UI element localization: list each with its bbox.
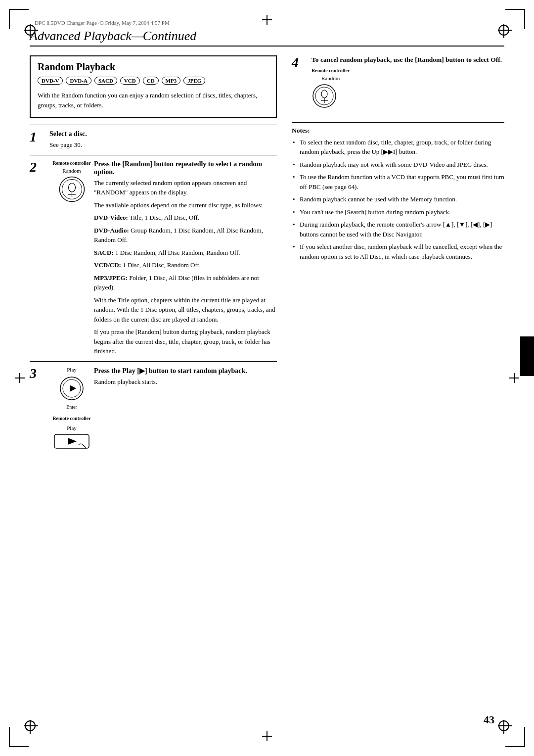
intro-text: With the Random function you can enjoy a… xyxy=(38,91,269,110)
crosshair-right xyxy=(509,373,519,383)
step-3-enter-label: Enter xyxy=(66,404,77,410)
note-1: To select the next random disc, title, c… xyxy=(292,138,504,157)
play-button-rect-icon xyxy=(54,434,89,449)
step-1-body: See page 30. xyxy=(49,140,277,150)
step-1-title: Select a disc. xyxy=(49,130,277,138)
section-title: Random Playback xyxy=(38,61,269,73)
notes-list: To select the next random disc, title, c… xyxy=(292,138,504,262)
corner-mark-br xyxy=(505,727,525,747)
step-2-opt-sacd: SACD: 1 Disc Random, All Disc Random, Ra… xyxy=(94,248,277,258)
step-3-remote-label: Remote controller xyxy=(52,416,90,421)
badge-mp3: MP3 xyxy=(162,77,181,85)
crosshair-left xyxy=(15,373,25,383)
format-badges: DVD-V DVD-A SACD VCD CD MP3 JPEG xyxy=(38,77,269,85)
step-4-image-col: Remote controller Random xyxy=(312,68,350,111)
notes-section: Notes: To select the next random disc, t… xyxy=(292,122,504,262)
note-5: You can't use the [Search] button during… xyxy=(292,207,504,217)
svg-marker-7 xyxy=(70,385,76,392)
step-3-content: Play Enter Remote controller Play xyxy=(49,367,277,449)
badge-jpeg: JPEG xyxy=(183,77,205,85)
note-2: Random playback may not work with some D… xyxy=(292,160,504,170)
step-3: 3 Play Enter Remote controlle xyxy=(30,361,277,454)
step-2: 2 Remote controller Random xyxy=(30,155,277,361)
corner-mark-tr xyxy=(505,9,525,29)
circle-mark-bl xyxy=(25,720,36,731)
step-3-play-label: Play xyxy=(67,367,77,373)
random-button-icon xyxy=(58,176,86,203)
svg-line-10 xyxy=(83,445,86,448)
step-2-text: Press the [Random] button repeatedly to … xyxy=(94,160,277,356)
right-column: 4 To cancel random playback, use the [Ra… xyxy=(292,55,504,454)
step-3-image: Play Enter Remote controller Play xyxy=(49,367,94,449)
step-2-p2: The available options depend on the curr… xyxy=(94,200,277,210)
badge-vcd: VCD xyxy=(120,77,140,85)
notes-divider xyxy=(292,118,504,118)
left-column: Random Playback DVD-V DVD-A SACD VCD CD … xyxy=(30,55,277,454)
svg-point-13 xyxy=(321,90,327,98)
step-1-number: 1 xyxy=(30,130,49,150)
circle-mark-tl xyxy=(25,25,36,36)
step-3-title: Press the Play [▶] button to start rando… xyxy=(94,367,277,375)
main-content: Random Playback DVD-V DVD-A SACD VCD CD … xyxy=(30,55,504,454)
step-2-image: Remote controller Random xyxy=(49,160,94,356)
step-2-body: The currently selected random option app… xyxy=(94,178,277,356)
step-4: 4 To cancel random playback, use the [Ra… xyxy=(292,55,504,111)
step-2-opt-vcdcd: VCD/CD: 1 Disc, All Disc, Random Off. xyxy=(94,260,277,270)
notes-title: Notes: xyxy=(292,127,504,135)
play-button-circle-icon xyxy=(59,376,85,401)
step-2-content: Remote controller Random xyxy=(49,160,277,356)
step-2-with-image: Remote controller Random xyxy=(49,160,277,356)
svg-point-11 xyxy=(313,85,336,107)
corner-mark-tl xyxy=(9,9,29,29)
page-header: Advanced Playback—Continued xyxy=(30,29,504,47)
step-2-p1: The currently selected random option app… xyxy=(94,178,277,197)
step-3-text: Press the Play [▶] button to start rando… xyxy=(94,367,277,449)
svg-marker-9 xyxy=(68,438,77,445)
circle-mark-br xyxy=(498,720,509,731)
circle-mark-tr xyxy=(498,25,509,36)
note-4: Random playback cannot be used with the … xyxy=(292,194,504,204)
note-7: If you select another disc, random playb… xyxy=(292,242,504,261)
step-3-button-label: Play xyxy=(67,425,77,431)
step-3-with-image: Play Enter Remote controller Play xyxy=(49,367,277,449)
step-2-opt-dvda: DVD-Audio: Group Random, 1 Disc Random, … xyxy=(94,226,277,245)
note-3: To use the Random function with a VCD th… xyxy=(292,172,504,191)
step-1-content: Select a disc. See page 30. xyxy=(49,130,277,150)
step-2-title: Press the [Random] button repeatedly to … xyxy=(94,160,277,176)
badge-sacd: SACD xyxy=(94,77,117,85)
crosshair-bottom xyxy=(262,731,272,741)
step-2-opt-mp3: MP3/JPEG: Folder, 1 Disc, All Disc (file… xyxy=(94,273,277,292)
step-4-content: To cancel random playback, use the [Rand… xyxy=(312,55,504,111)
step-4-button-label: Random xyxy=(312,75,350,81)
step-2-remote-label: Remote controller xyxy=(52,160,90,166)
step-3-number: 3 xyxy=(30,367,49,449)
badge-cd: CD xyxy=(143,77,159,85)
corner-mark-bl xyxy=(9,727,29,747)
step-2-extra1: With the Title option, chapters within t… xyxy=(94,295,277,325)
step-2-button-label: Random xyxy=(62,168,81,174)
page-number: 43 xyxy=(484,713,494,726)
step-4-title: To cancel random playback, use the [Rand… xyxy=(312,55,504,65)
note-6: During random playback, the remote contr… xyxy=(292,220,504,239)
step-2-extra2: If you press the [Random] button during … xyxy=(94,327,277,356)
svg-point-2 xyxy=(68,183,75,192)
svg-point-0 xyxy=(59,177,84,201)
section-box: Random Playback DVD-V DVD-A SACD VCD CD … xyxy=(30,55,277,118)
step-2-number: 2 xyxy=(30,160,49,356)
page-title: Advanced Playback—Continued xyxy=(30,29,196,43)
step-2-opt-dvdv: DVD-Video: Title, 1 Disc, All Disc, Off. xyxy=(94,213,277,223)
step-3-body: Random playback starts. xyxy=(94,377,277,387)
page-tab xyxy=(520,336,534,376)
badge-dvda: DVD-A xyxy=(66,77,91,85)
step-4-remote-label: Remote controller xyxy=(312,68,350,73)
step-4-number: 4 xyxy=(292,55,307,111)
step-4-random-icon xyxy=(312,83,337,109)
badge-dvdv: DVD-V xyxy=(38,77,63,85)
crosshair-top xyxy=(262,15,272,25)
step-1: 1 Select a disc. See page 30. xyxy=(30,125,277,155)
